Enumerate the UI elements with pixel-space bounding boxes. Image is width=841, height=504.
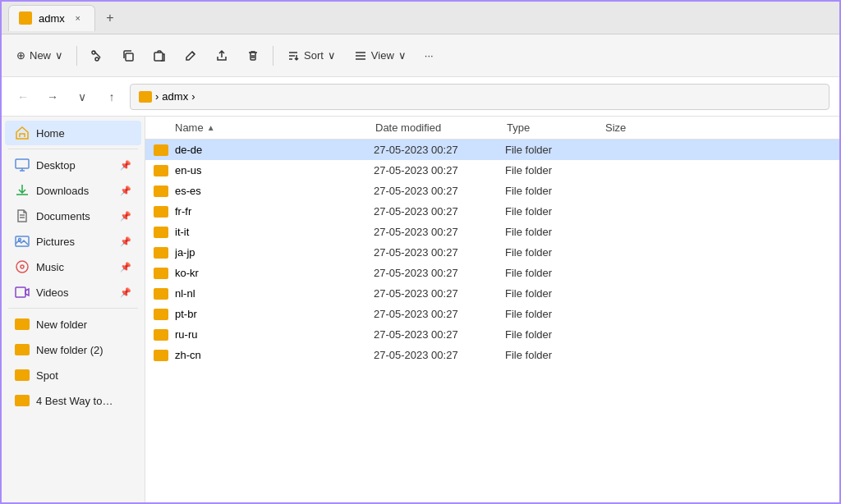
column-date[interactable]: Date modified <box>375 121 507 134</box>
cut-icon <box>90 49 103 62</box>
file-folder-icon <box>154 309 168 320</box>
videos-icon <box>15 285 30 300</box>
main-layout: Home Desktop 📌 Downloads 📌 <box>2 117 839 504</box>
delete-button[interactable] <box>238 41 268 71</box>
svg-rect-0 <box>126 53 133 61</box>
sidebar-item-spot[interactable]: Spot <box>5 363 141 387</box>
file-date: 27-05-2023 00:27 <box>374 144 505 156</box>
sidebar-item-new-folder-2[interactable]: New folder (2) <box>5 337 141 362</box>
new-folder-icon <box>15 317 30 332</box>
sidebar-item-music-label: Music <box>36 261 64 273</box>
file-type: File folder <box>505 226 604 238</box>
view-chevron: ∨ <box>398 49 407 62</box>
sidebar-item-documents[interactable]: Documents 📌 <box>5 204 141 228</box>
column-size[interactable]: Size <box>605 121 671 134</box>
column-name[interactable]: Name ▲ <box>145 121 375 134</box>
file-folder-icon <box>154 165 168 176</box>
4best-folder-icon <box>15 393 30 408</box>
file-folder-icon <box>154 247 168 259</box>
breadcrumb-path: admx <box>162 90 188 103</box>
file-date: 27-05-2023 00:27 <box>374 164 505 176</box>
column-date-label: Date modified <box>375 121 441 134</box>
share-icon <box>215 49 228 62</box>
file-type: File folder <box>505 328 604 341</box>
file-list-header: Name ▲ Date modified Type Size <box>145 117 839 140</box>
table-row[interactable]: es-es 27-05-2023 00:27 File folder <box>145 181 839 201</box>
sidebar-item-new-folder[interactable]: New folder <box>5 312 141 337</box>
file-folder-icon <box>154 186 168 197</box>
file-name: nl-nl <box>175 287 374 300</box>
tab-label: admx <box>39 12 65 25</box>
file-folder-icon <box>154 268 168 279</box>
column-name-label: Name <box>175 121 204 134</box>
share-button[interactable] <box>207 41 237 71</box>
file-list: Name ▲ Date modified Type Size de-de 27-… <box>145 117 839 504</box>
tab-folder-icon <box>19 11 32 25</box>
file-folder-icon <box>154 329 168 341</box>
breadcrumb-end-separator: › <box>191 90 195 103</box>
file-date: 27-05-2023 00:27 <box>374 246 505 259</box>
sidebar-divider-2 <box>8 308 138 309</box>
copy-button[interactable] <box>113 41 143 71</box>
table-row[interactable]: ru-ru 27-05-2023 00:27 File folder <box>145 324 839 345</box>
new-button[interactable]: ⊕ New ∨ <box>8 41 71 71</box>
more-button[interactable]: ··· <box>416 41 442 71</box>
active-tab[interactable]: admx × <box>8 5 95 31</box>
sidebar-item-music[interactable]: Music 📌 <box>5 254 141 279</box>
documents-icon <box>15 208 30 223</box>
back-button[interactable]: ← <box>11 85 34 108</box>
paste-button[interactable] <box>145 41 174 71</box>
sidebar-item-desktop-label: Desktop <box>36 159 76 172</box>
svg-rect-1 <box>154 53 163 61</box>
sidebar-item-4best[interactable]: 4 Best Way to Tu <box>5 388 141 413</box>
breadcrumb[interactable]: › admx › <box>130 84 830 110</box>
table-row[interactable]: nl-nl 27-05-2023 00:27 File folder <box>145 283 839 304</box>
table-row[interactable]: de-de 27-05-2023 00:27 File folder <box>145 140 839 160</box>
sidebar-item-videos[interactable]: Videos 📌 <box>5 280 141 305</box>
sidebar-item-pictures[interactable]: Pictures 📌 <box>5 229 141 254</box>
tab-close-button[interactable]: × <box>71 11 85 25</box>
view-label: View <box>371 49 394 62</box>
forward-button[interactable]: → <box>41 85 64 108</box>
videos-pin-icon: 📌 <box>120 287 131 298</box>
file-type: File folder <box>505 205 604 218</box>
table-row[interactable]: ko-kr 27-05-2023 00:27 File folder <box>145 263 839 283</box>
table-row[interactable]: zh-cn 27-05-2023 00:27 File folder <box>145 345 839 365</box>
table-row[interactable]: fr-fr 27-05-2023 00:27 File folder <box>145 201 839 222</box>
sidebar-item-4best-label: 4 Best Way to Tu <box>36 395 114 407</box>
sidebar-item-downloads[interactable]: Downloads 📌 <box>5 178 141 203</box>
svg-point-12 <box>16 261 28 273</box>
up-button[interactable]: ↑ <box>100 85 123 108</box>
view-button[interactable]: View ∨ <box>346 41 415 71</box>
file-date: 27-05-2023 00:27 <box>374 267 505 279</box>
file-type: File folder <box>505 349 604 361</box>
table-row[interactable]: ja-jp 27-05-2023 00:27 File folder <box>145 242 839 263</box>
table-row[interactable]: pt-br 27-05-2023 00:27 File folder <box>145 304 839 324</box>
rename-button[interactable] <box>176 41 205 71</box>
new-tab-button[interactable]: + <box>99 7 122 30</box>
recent-button[interactable]: ∨ <box>71 85 94 108</box>
view-icon <box>354 49 367 62</box>
sort-chevron: ∨ <box>328 49 336 62</box>
toolbar-separator-2 <box>273 46 273 66</box>
table-row[interactable]: it-it 27-05-2023 00:27 File folder <box>145 222 839 242</box>
table-row[interactable]: en-us 27-05-2023 00:27 File folder <box>145 160 839 181</box>
sort-button[interactable]: Sort ∨ <box>278 41 344 71</box>
file-folder-icon <box>154 206 168 218</box>
column-type[interactable]: Type <box>507 121 605 134</box>
file-name: ko-kr <box>175 267 374 279</box>
copy-icon <box>122 49 135 62</box>
new-icon: ⊕ <box>16 49 25 62</box>
title-bar: admx × + <box>2 2 839 34</box>
more-icon: ··· <box>425 49 434 62</box>
file-name: pt-br <box>175 308 374 320</box>
cut-button[interactable] <box>82 41 112 71</box>
file-type: File folder <box>505 267 604 279</box>
sidebar-item-desktop[interactable]: Desktop 📌 <box>5 153 141 177</box>
address-bar: ← → ∨ ↑ › admx › <box>2 77 839 117</box>
sidebar-item-home[interactable]: Home <box>5 121 141 145</box>
file-date: 27-05-2023 00:27 <box>374 287 505 300</box>
home-icon <box>15 126 30 140</box>
music-icon <box>15 259 30 274</box>
desktop-icon <box>15 158 30 172</box>
